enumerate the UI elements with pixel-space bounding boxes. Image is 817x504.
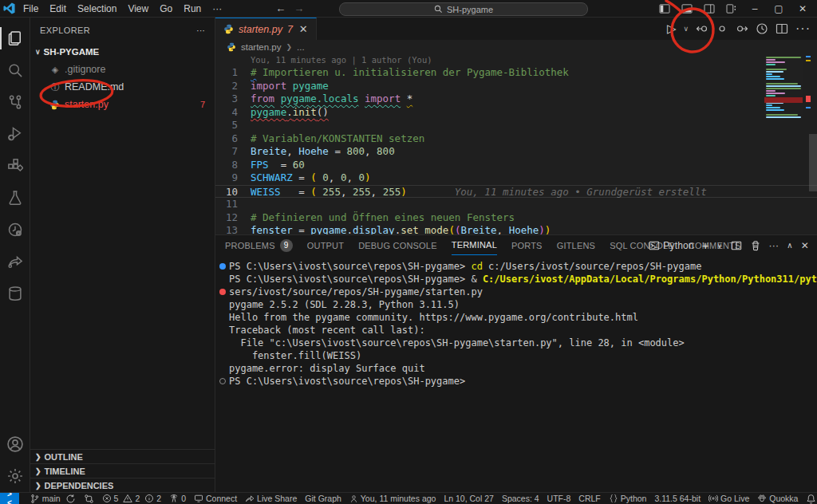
new-terminal-button[interactable]: + (702, 238, 709, 252)
activitybar-search[interactable] (0, 54, 30, 86)
close-button[interactable]: ✕ (791, 0, 814, 18)
close-panel-icon[interactable]: ✕ (801, 240, 809, 251)
status-sql-connect[interactable]: Connect (190, 494, 241, 503)
status-quokka[interactable]: Quokka (753, 494, 802, 503)
status-blame[interactable]: You, 11 minutes ago (345, 494, 440, 503)
panel-tab-debug-console[interactable]: DEBUG CONSOLE (358, 235, 437, 255)
menu-go[interactable]: Go (154, 0, 178, 18)
code-line-13[interactable]: 13fenster = pygame.display.set_mode((Bre… (215, 224, 817, 234)
minimize-button[interactable]: – (744, 0, 766, 18)
toggle-panel-icon[interactable] (677, 0, 697, 18)
activitybar-gitlens[interactable] (0, 214, 30, 246)
code-line-8[interactable]: 8FPS = 60 (215, 159, 817, 172)
command-center-search[interactable]: SH-pygame (339, 2, 588, 16)
menu-run[interactable]: Run (178, 0, 207, 18)
section-outline[interactable]: ❯OUTLINE (30, 449, 215, 463)
tab-close-icon[interactable]: ✕ (299, 23, 308, 35)
nav-forward-icon[interactable]: → (294, 2, 304, 14)
code-line-1[interactable]: 1# Importieren u. initialisieren der Pyg… (215, 66, 817, 80)
status-branch[interactable]: main (26, 494, 80, 504)
code-line-12[interactable]: 12# Definieren und Öffnen eines neuen Fe… (215, 211, 817, 225)
panel-tab-ports[interactable]: PORTS (511, 235, 543, 255)
activitybar-source-control[interactable] (0, 86, 30, 118)
command-decoration-red[interactable] (219, 289, 226, 295)
status-ports[interactable]: 0 (165, 494, 190, 503)
code-line-9[interactable]: 9SCHWARZ = ( 0, 0, 0) (215, 171, 817, 185)
code-line-6[interactable]: 6# Variablen/KONSTANTEN setzen (215, 132, 817, 146)
editor-scrollbar[interactable] (809, 134, 817, 191)
maximize-panel-icon[interactable]: ∧ (787, 241, 793, 250)
menu-[interactable]: ··· (207, 0, 227, 18)
activitybar-database[interactable] (0, 278, 30, 309)
split-editor-icon[interactable] (776, 22, 788, 35)
menu-selection[interactable]: Selection (72, 0, 122, 18)
file-item-starten-py[interactable]: starten.py7 (30, 96, 215, 113)
code-line-2[interactable]: 2import pygame (215, 80, 817, 93)
gitlens-change-icon[interactable] (716, 22, 728, 35)
code-line-10[interactable]: 10WEISS = ( 255, 255, 255)You, 11 minute… (215, 185, 817, 199)
command-decoration-open[interactable] (219, 378, 226, 384)
file-item-README-md[interactable]: ⓘREADME.md (30, 78, 215, 96)
status-language-mode[interactable]: Python (605, 494, 651, 503)
activitybar-run-debug[interactable] (0, 118, 30, 150)
code-line-4[interactable]: 4pygame.init() (215, 106, 817, 120)
status-encoding[interactable]: UTF-8 (543, 494, 575, 503)
split-terminal-icon[interactable] (731, 240, 742, 251)
explorer-more-actions[interactable]: ··· (196, 26, 205, 35)
terminal-dropdown-chevron[interactable]: ∨ (717, 242, 723, 250)
run-button[interactable]: ▷ (667, 22, 677, 36)
customize-layout-icon[interactable] (721, 0, 742, 18)
status-git-graph[interactable]: Git Graph (301, 494, 345, 503)
status-python-version[interactable]: 3.11.5 64-bit (650, 494, 705, 503)
section-timeline[interactable]: ❯TIMELINE (30, 463, 215, 478)
code-line-11[interactable]: 11 (215, 198, 817, 211)
menu-edit[interactable]: Edit (44, 0, 72, 18)
toggle-secondary-sidebar-icon[interactable] (699, 0, 720, 18)
code-editor[interactable]: You, 11 minutes ago | 1 author (You) 1# … (215, 54, 817, 234)
file-item--gitignore[interactable]: ◈.gitignore (30, 61, 215, 78)
breadcrumb[interactable]: starten.py ❯ ... (215, 40, 817, 54)
gitlens-prev-change-icon[interactable] (696, 22, 708, 35)
toggle-sidebar-icon[interactable] (654, 0, 675, 18)
activitybar-explorer[interactable] (0, 22, 30, 54)
command-decoration-blue[interactable] (219, 263, 226, 270)
tab-starten-py[interactable]: starten.py 7 ✕ (215, 18, 317, 40)
run-dropdown-chevron[interactable]: ∨ (683, 25, 689, 33)
terminal-shell-selector[interactable]: Python (649, 240, 694, 251)
menu-file[interactable]: File (18, 0, 44, 18)
status-cursor-position[interactable]: Ln 10, Col 27 (440, 494, 497, 503)
status-eol[interactable]: CRLF (574, 494, 604, 503)
terminal[interactable]: PS C:\Users\ivost\source\repos\SH-pygame… (215, 255, 817, 492)
panel-more-actions[interactable]: ··· (769, 240, 780, 251)
kill-terminal-icon[interactable] (750, 240, 761, 251)
panel-tab-terminal[interactable]: TERMINAL (452, 235, 497, 255)
panel-tab-problems[interactable]: PROBLEMS9 (225, 235, 293, 255)
status-live-share[interactable]: Live Share (241, 494, 301, 503)
code-line-5[interactable]: 5 (215, 119, 817, 132)
activitybar-extensions[interactable] (0, 150, 30, 182)
remote-indicator[interactable]: >< (0, 493, 19, 504)
minimap[interactable] (764, 56, 803, 116)
more-actions[interactable]: ··· (795, 22, 811, 36)
maximize-button[interactable]: ▢ (768, 0, 790, 18)
status-git-compare[interactable] (80, 494, 98, 504)
gitlens-history-icon[interactable] (756, 22, 768, 35)
code-line-7[interactable]: 7Breite, Hoehe = 800, 800 (215, 145, 817, 159)
panel-tab-output[interactable]: OUTPUT (307, 235, 344, 255)
activitybar-testing[interactable] (0, 182, 30, 214)
status-go-live[interactable]: Go Live (705, 494, 753, 503)
status-feedback[interactable] (802, 494, 817, 504)
code-line-3[interactable]: 3from pygame.locals import * (215, 93, 817, 106)
activitybar-settings[interactable] (0, 460, 30, 492)
status-indentation[interactable]: Spaces: 4 (498, 494, 543, 503)
section-dependencies[interactable]: ❯DEPENDENCIES (30, 478, 215, 492)
gitlens-next-change-icon[interactable] (736, 22, 748, 35)
menu-view[interactable]: View (122, 0, 154, 18)
activitybar-account[interactable] (0, 428, 30, 460)
activitybar-git-graph[interactable] (0, 246, 30, 278)
status-problems[interactable]: 522 (98, 494, 166, 503)
nav-back-icon[interactable]: ← (275, 2, 286, 14)
codelens-blame[interactable]: You, 11 minutes ago | 1 author (You) (215, 54, 817, 66)
panel-tab-gitlens[interactable]: GITLENS (557, 235, 595, 255)
workspace-folder[interactable]: ∨ SH-PYGAME (30, 43, 215, 61)
